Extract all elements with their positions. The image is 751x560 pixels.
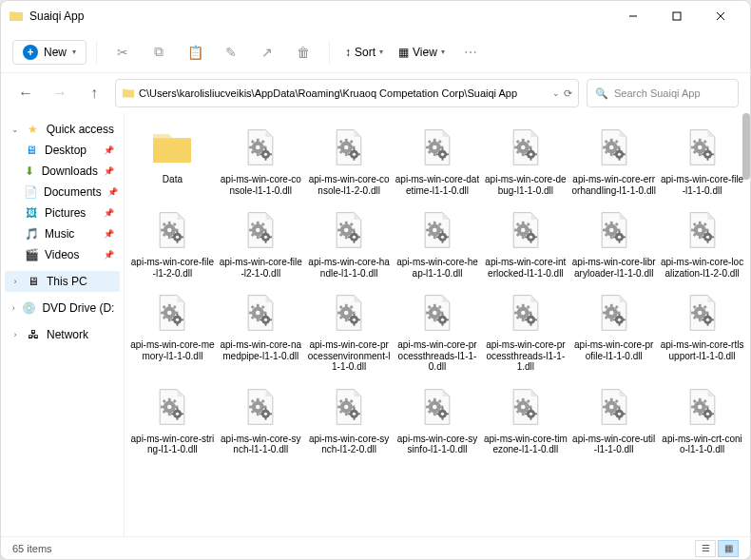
details-view-button[interactable]: ☰	[695, 540, 716, 557]
svg-rect-272	[442, 314, 444, 317]
body: ⌄ ★ Quick access 🖥Desktop📌⬇Downloads📌📄Do…	[1, 113, 750, 536]
dll-file-icon	[149, 207, 195, 253]
svg-rect-246	[345, 304, 348, 308]
sidebar-item-videos[interactable]: 🎬Videos📌	[5, 244, 120, 265]
file-item[interactable]: api-ms-win-core-processenvironment-l1-1-…	[305, 286, 394, 377]
svg-rect-83	[623, 153, 626, 155]
pin-icon: 📌	[104, 208, 114, 218]
folder-type-icon: 🎬	[24, 247, 39, 262]
svg-rect-310	[698, 304, 701, 308]
file-list[interactable]: Dataapi-ms-win-core-console-l1-1-0.dllap…	[125, 113, 750, 536]
file-item[interactable]: api-ms-win-crt-conio-l1-1-0.dll	[658, 380, 746, 459]
cut-icon[interactable]: ✂	[106, 36, 139, 68]
sidebar-item-music[interactable]: 🎵Music📌	[5, 223, 120, 244]
scrollbar-thumb[interactable]	[742, 113, 750, 180]
up-button[interactable]: ↑	[81, 80, 107, 106]
status-bar: 65 items ☰ ▦	[1, 536, 750, 559]
svg-rect-198	[698, 222, 701, 225]
svg-rect-353	[265, 417, 267, 420]
sidebar-this-pc[interactable]: › 🖥 This PC	[5, 271, 120, 292]
file-name-label: api-ms-win-core-timezone-l1-1-0.dll	[483, 434, 568, 455]
folder-icon	[122, 87, 135, 100]
file-item[interactable]: api-ms-win-core-heap-l1-1-0.dll	[394, 203, 482, 282]
file-item[interactable]: api-ms-win-core-synch-l1-1-0.dll	[217, 380, 305, 459]
folder-type-icon: 📄	[24, 184, 38, 200]
file-item[interactable]: api-ms-win-core-file-l1-1-0.dll	[658, 121, 746, 200]
file-item[interactable]: api-ms-win-core-errorhandling-l1-1-0.dll	[569, 121, 658, 200]
file-item[interactable]: api-ms-win-core-string-l1-1-0.dll	[128, 380, 217, 459]
file-item[interactable]: api-ms-win-core-namedpipe-l1-1-0.dll	[217, 286, 305, 377]
address-bar[interactable]: C\Users\karolisliucveikis\AppData\Roamin…	[115, 79, 579, 107]
share-icon[interactable]: ↗	[251, 36, 283, 68]
svg-rect-183	[610, 236, 613, 240]
svg-rect-192	[618, 231, 620, 234]
file-item[interactable]: api-ms-win-core-console-l1-1-0.dll	[217, 121, 305, 200]
svg-rect-360	[337, 405, 341, 408]
sidebar-item-downloads[interactable]: ⬇Downloads📌	[5, 161, 120, 182]
folder-type-icon: 🖥	[24, 143, 39, 158]
back-button[interactable]: ←	[12, 80, 39, 106]
file-item[interactable]: api-ms-win-core-localization-l1-2-0.dll	[658, 203, 746, 282]
dll-file-icon	[238, 384, 283, 430]
forward-button[interactable]: →	[47, 80, 73, 106]
sidebar-item-documents[interactable]: 📄Documents📌	[5, 182, 120, 203]
refresh-icon[interactable]: ⟳	[564, 87, 572, 100]
file-item[interactable]: api-ms-win-core-processthreads-l1-1-1.dl…	[481, 286, 569, 377]
new-button[interactable]: + New ▾	[12, 40, 87, 65]
file-item[interactable]: api-ms-win-core-datetime-l1-1-0.dll	[394, 121, 482, 200]
chevron-down-icon: ▾	[379, 48, 383, 56]
svg-point-85	[698, 145, 703, 150]
sort-button[interactable]: ↕ Sort ▾	[339, 46, 389, 59]
paste-icon[interactable]: 📋	[179, 36, 211, 68]
sidebar-item-desktop[interactable]: 🖥Desktop📌	[5, 140, 120, 161]
dll-file-icon	[503, 384, 549, 430]
svg-rect-144	[354, 231, 356, 234]
sidebar-quick-access[interactable]: ⌄ ★ Quick access	[5, 119, 120, 140]
file-item[interactable]: api-ms-win-core-processthreads-l1-1-0.dl…	[394, 286, 482, 377]
minimize-button[interactable]	[611, 1, 655, 31]
svg-point-21	[344, 145, 349, 150]
titlebar[interactable]: Suaiqi App	[1, 1, 750, 31]
sidebar-item-pictures[interactable]: 🖼Pictures📌	[5, 203, 120, 223]
maximize-button[interactable]	[655, 1, 699, 31]
close-button[interactable]	[699, 1, 742, 31]
sidebar-item-label: Downloads	[42, 164, 98, 178]
file-item[interactable]: api-ms-win-core-file-l1-2-0.dll	[128, 203, 217, 282]
svg-rect-195	[623, 236, 626, 238]
svg-point-277	[521, 311, 526, 316]
file-item[interactable]: api-ms-win-core-file-l2-1-0.dll	[217, 203, 305, 282]
search-icon: 🔍	[595, 87, 608, 100]
file-item[interactable]: api-ms-win-core-util-l1-1-0.dll	[569, 380, 658, 459]
svg-rect-323	[711, 319, 714, 320]
dll-file-icon	[326, 125, 372, 170]
icons-view-button[interactable]: ▦	[718, 540, 739, 557]
file-item[interactable]: api-ms-win-core-timezone-l1-1-0.dll	[481, 380, 569, 459]
search-input[interactable]: 🔍 Search Suaiqi App	[587, 79, 739, 107]
file-item[interactable]: api-ms-win-core-interlocked-l1-1-0.dll	[481, 203, 569, 282]
rename-icon[interactable]: ✎	[215, 36, 247, 68]
svg-rect-407	[610, 412, 613, 415]
file-item[interactable]: api-ms-win-core-console-l1-2-0.dll	[305, 121, 394, 200]
delete-icon[interactable]: 🗑	[287, 36, 319, 68]
file-item[interactable]: api-ms-win-core-profile-l1-1-0.dll	[569, 286, 658, 377]
folder-item[interactable]: Data	[128, 121, 217, 200]
more-icon[interactable]: ⋯	[454, 36, 487, 68]
sidebar-dvd-drive[interactable]: › 💿 DVD Drive (D:) CCCC	[5, 298, 120, 319]
file-item[interactable]: api-ms-win-core-debug-l1-1-0.dll	[481, 121, 569, 200]
file-item[interactable]: api-ms-win-core-sysinfo-l1-1-0.dll	[394, 380, 482, 459]
svg-rect-208	[706, 231, 708, 234]
svg-rect-216	[162, 312, 165, 315]
svg-rect-294	[610, 304, 613, 308]
file-name-label: api-ms-win-core-console-l1-2-0.dll	[307, 174, 392, 196]
file-item[interactable]: api-ms-win-core-synch-l1-2-0.dll	[305, 380, 394, 459]
view-button[interactable]: ▦ View ▾	[393, 46, 451, 59]
file-item[interactable]: api-ms-win-core-handle-l1-1-0.dll	[305, 203, 394, 282]
file-item[interactable]: api-ms-win-core-libraryloader-l1-1-0.dll	[569, 203, 658, 282]
file-item[interactable]: api-ms-win-core-memory-l1-1-0.dll	[128, 286, 217, 377]
chevron-down-icon[interactable]: ⌄	[552, 88, 560, 98]
svg-point-69	[609, 145, 614, 150]
file-item[interactable]: api-ms-win-core-rtlsupport-l1-1-0.dll	[658, 286, 746, 377]
sidebar-network[interactable]: › 🖧 Network	[5, 324, 120, 345]
copy-icon[interactable]: ⧉	[143, 36, 175, 68]
svg-rect-374	[433, 397, 436, 401]
